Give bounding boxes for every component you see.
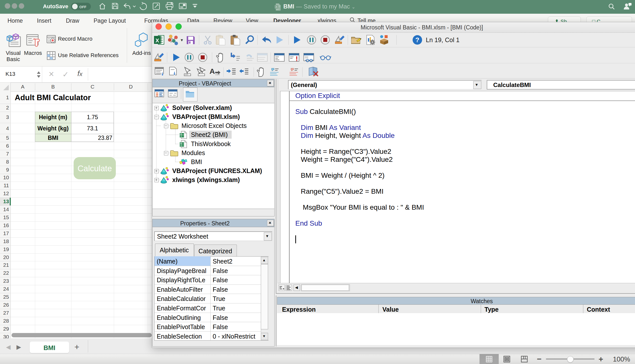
svg-text:A: A xyxy=(210,67,215,75)
svg-text:X: X xyxy=(155,38,159,44)
svg-text:x: x xyxy=(180,142,182,144)
svg-text:X: X xyxy=(275,5,278,9)
svg-text:!: ! xyxy=(296,55,298,62)
svg-text:?: ? xyxy=(415,36,419,44)
svg-text:x: x xyxy=(180,133,182,135)
